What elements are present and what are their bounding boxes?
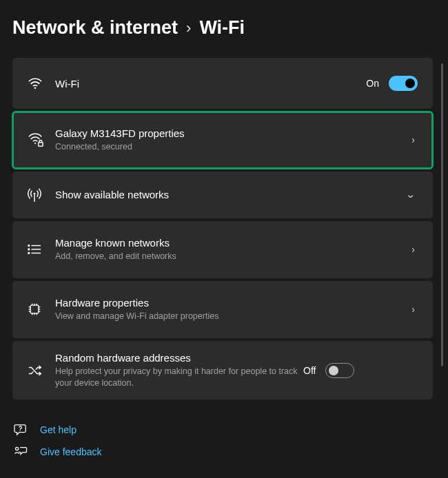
- show-available-title: Show available networks: [55, 189, 407, 200]
- random-mac-title: Random hardware addresses: [55, 352, 303, 364]
- hardware-properties-subtitle: View and manage Wi-Fi adapter properties: [55, 311, 411, 322]
- breadcrumb: Network & internet › Wi-Fi: [12, 17, 433, 39]
- chevron-right-icon: ›: [411, 244, 418, 255]
- svg-point-24: [19, 430, 20, 431]
- wifi-toggle-state-text: On: [366, 78, 379, 89]
- wifi-toggle-label: Wi-Fi: [55, 78, 366, 90]
- random-mac-subtitle: Help protect your privacy by making it h…: [55, 366, 303, 389]
- manage-known-subtitle: Add, remove, and edit networks: [55, 251, 411, 262]
- breadcrumb-current: Wi-Fi: [199, 17, 245, 39]
- help-icon: [14, 424, 30, 436]
- svg-point-9: [28, 253, 30, 254]
- give-feedback-label: Give feedback: [40, 446, 102, 457]
- random-mac-toggle-switch[interactable]: [325, 363, 354, 378]
- wifi-toggle-switch[interactable]: [389, 76, 418, 91]
- network-properties-title: Galaxy M3143FD properties: [55, 127, 411, 139]
- chevron-down-icon: ⌄: [405, 189, 420, 200]
- feedback-icon: [14, 446, 30, 458]
- breadcrumb-parent[interactable]: Network & internet: [12, 17, 178, 39]
- scrollbar[interactable]: [441, 63, 443, 366]
- manage-known-title: Manage known networks: [55, 237, 411, 249]
- svg-point-7: [28, 249, 30, 250]
- list-icon: [28, 244, 55, 255]
- chip-icon: [28, 302, 55, 316]
- svg-point-1: [34, 143, 36, 144]
- get-help-link[interactable]: Get help: [12, 419, 433, 441]
- shuffle-icon: [28, 364, 55, 377]
- show-available-networks-row[interactable]: Show available networks ⌄: [12, 172, 433, 218]
- hardware-properties-title: Hardware properties: [55, 297, 411, 309]
- manage-known-networks-row[interactable]: Manage known networks Add, remove, and e…: [12, 221, 433, 278]
- wifi-toggle-row[interactable]: Wi-Fi On: [12, 58, 433, 109]
- antenna-icon: [28, 187, 55, 202]
- chevron-right-icon: ›: [411, 134, 418, 145]
- hardware-properties-row[interactable]: Hardware properties View and manage Wi-F…: [12, 281, 433, 338]
- svg-rect-2: [39, 143, 43, 147]
- svg-point-3: [34, 193, 36, 195]
- svg-rect-11: [30, 305, 39, 313]
- svg-point-0: [34, 87, 37, 89]
- wifi-secured-icon: [28, 132, 55, 147]
- random-hardware-addresses-row[interactable]: Random hardware addresses Help protect y…: [12, 341, 433, 400]
- svg-point-5: [28, 245, 30, 247]
- random-mac-state-text: Off: [303, 365, 316, 376]
- chevron-right-icon: ›: [411, 304, 418, 315]
- wifi-network-properties-row[interactable]: Galaxy M3143FD properties Connected, sec…: [12, 112, 433, 169]
- svg-point-25: [16, 448, 19, 450]
- get-help-label: Get help: [40, 424, 77, 435]
- chevron-right-icon: ›: [186, 19, 191, 37]
- wifi-icon: [28, 77, 55, 90]
- network-properties-subtitle: Connected, secured: [55, 141, 411, 153]
- give-feedback-link[interactable]: Give feedback: [12, 441, 433, 463]
